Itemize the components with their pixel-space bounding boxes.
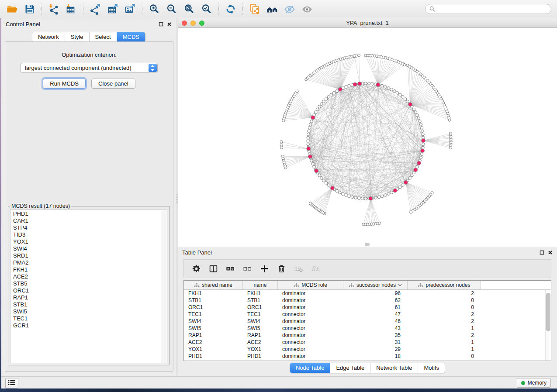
delete-row-button[interactable]: [273, 261, 290, 276]
mcds-node-item[interactable]: SWI4: [10, 245, 161, 252]
column-label: successor nodes: [356, 282, 396, 288]
mcds-node-item[interactable]: STB1: [10, 301, 161, 308]
table-row[interactable]: RAP1RAP1dominator352: [184, 332, 551, 339]
dominator-node[interactable]: [408, 103, 412, 107]
horizontal-splitter-grip[interactable]: [365, 243, 370, 246]
search-input[interactable]: [438, 5, 551, 13]
show-columns-button[interactable]: [205, 261, 221, 276]
mcds-node-item[interactable]: ACE2: [10, 273, 161, 280]
select-all-icon: [226, 264, 235, 273]
dominator-node[interactable]: [338, 87, 342, 91]
zoom-selected-button[interactable]: [198, 2, 215, 17]
optimization-criterion-select[interactable]: largest connected component (undirected): [21, 63, 158, 73]
dominator-node[interactable]: [393, 189, 397, 193]
export-table-button[interactable]: [104, 2, 121, 17]
mcds-node-item[interactable]: TID3: [10, 231, 161, 238]
mcds-node-item[interactable]: PMA2: [10, 259, 161, 266]
dominator-node[interactable]: [414, 168, 418, 172]
dominator-node[interactable]: [308, 155, 312, 158]
close-table-panel-icon[interactable]: [548, 250, 553, 255]
mcds-node-item[interactable]: YOX1: [10, 238, 161, 245]
export-network-button[interactable]: [86, 2, 104, 17]
mcds-node-item[interactable]: FKH1: [10, 266, 161, 273]
export-image-button[interactable]: [121, 2, 139, 17]
dominator-node[interactable]: [331, 186, 335, 190]
mcds-node-item[interactable]: ORC1: [10, 287, 161, 294]
table-row[interactable]: FKH1FKH1dominator962: [184, 290, 551, 297]
dominator-node[interactable]: [369, 196, 373, 200]
settings-button[interactable]: [188, 261, 204, 276]
close-panel-icon[interactable]: [167, 22, 172, 27]
mcds-node-item[interactable]: STP4: [10, 224, 161, 231]
zoom-in-button[interactable]: [145, 2, 163, 17]
mcds-result-scrollbar[interactable]: [161, 210, 167, 363]
mcds-node-item[interactable]: SRD1: [10, 252, 161, 259]
column-header-predecessor-nodes[interactable]: predecessor nodes: [408, 281, 481, 289]
table-row[interactable]: SWI4SWI4dominator462: [184, 318, 551, 325]
float-panel-icon[interactable]: [159, 22, 163, 27]
column-header-successor-nodes[interactable]: successor nodes: [343, 281, 408, 289]
column-header-name[interactable]: name: [243, 281, 278, 289]
run-mcds-button[interactable]: Run MCDS: [43, 79, 86, 89]
mcds-node-item[interactable]: SWI5: [10, 308, 161, 315]
search-box[interactable]: [425, 4, 551, 14]
cell-name: FKH1: [243, 290, 278, 297]
dominator-node[interactable]: [311, 116, 315, 120]
float-table-panel-icon[interactable]: [540, 250, 544, 255]
hide-selected-button[interactable]: [281, 2, 298, 17]
dominator-node[interactable]: [404, 181, 408, 185]
memory-button[interactable]: Memory: [517, 378, 551, 388]
mcds-node-item[interactable]: RAP1: [10, 294, 161, 301]
close-panel-button[interactable]: Close panel: [91, 79, 135, 89]
network-canvas[interactable]: [178, 28, 557, 247]
mcds-node-item[interactable]: TEC1: [10, 315, 161, 322]
zoom-out-button[interactable]: [163, 2, 180, 17]
tab-node-table[interactable]: Node Table: [290, 363, 330, 373]
task-history-button[interactable]: [5, 378, 18, 389]
table-row[interactable]: SWI5SWI5connector431: [184, 325, 551, 332]
mcds-node-item[interactable]: GCR1: [10, 322, 161, 329]
clone-network-button[interactable]: [246, 2, 263, 17]
tab-edge-table[interactable]: Edge Table: [330, 363, 370, 373]
dominator-node[interactable]: [315, 169, 318, 173]
dominator-node[interactable]: [358, 82, 362, 86]
open-session-button[interactable]: [3, 2, 21, 17]
dominator-node[interactable]: [376, 83, 380, 87]
save-session-button[interactable]: [21, 2, 38, 17]
mcds-result-list[interactable]: PHD1CAR1STP4TID3YOX1SWI4SRD1PMA2FKH1ACE2…: [10, 210, 161, 363]
tab-motifs[interactable]: Motifs: [418, 363, 445, 373]
show-all-button[interactable]: [298, 2, 316, 17]
column-header-mcds-role[interactable]: MCDS role: [278, 281, 343, 289]
tab-mcds[interactable]: MCDS: [117, 32, 145, 42]
dominator-node[interactable]: [307, 147, 311, 151]
first-neighbors-button[interactable]: [263, 2, 281, 17]
table-scrollbar-thumb[interactable]: [546, 293, 550, 331]
table-row[interactable]: ACE2ACE2connector311: [184, 339, 551, 346]
table-row[interactable]: STB1STB1dominator620: [184, 297, 551, 304]
mcds-node-item[interactable]: CAR1: [10, 217, 161, 224]
dominator-node[interactable]: [422, 139, 426, 143]
table-row[interactable]: TEC1TEC1connector472: [184, 311, 551, 318]
cell-successor-nodes: 43: [343, 325, 408, 332]
dominator-node[interactable]: [353, 83, 357, 86]
mcds-node-item[interactable]: PHD1: [10, 210, 161, 217]
import-table-button[interactable]: [62, 2, 80, 17]
zoom-fit-button[interactable]: [180, 2, 198, 17]
mcds-node-item[interactable]: STB5: [10, 280, 161, 287]
column-header-shared-name[interactable]: shared name: [184, 281, 243, 289]
dominator-node[interactable]: [421, 149, 425, 153]
import-network-button[interactable]: [45, 2, 62, 17]
deselect-all-button[interactable]: [239, 261, 256, 276]
table-scrollbar[interactable]: [545, 290, 551, 361]
dominator-node[interactable]: [417, 161, 421, 165]
refresh-layout-button[interactable]: [222, 2, 239, 17]
tab-style[interactable]: Style: [65, 32, 89, 42]
tab-network[interactable]: Network: [32, 32, 65, 42]
tab-select[interactable]: Select: [89, 32, 117, 42]
table-row[interactable]: ORC1ORC1dominator610: [184, 304, 551, 311]
table-row[interactable]: PHD1PHD1dominator180: [184, 353, 551, 360]
tab-network-table[interactable]: Network Table: [370, 363, 418, 373]
select-all-button[interactable]: [222, 261, 239, 276]
add-row-button[interactable]: [256, 261, 273, 276]
table-row[interactable]: YOX1YOX1connector291: [184, 346, 551, 353]
